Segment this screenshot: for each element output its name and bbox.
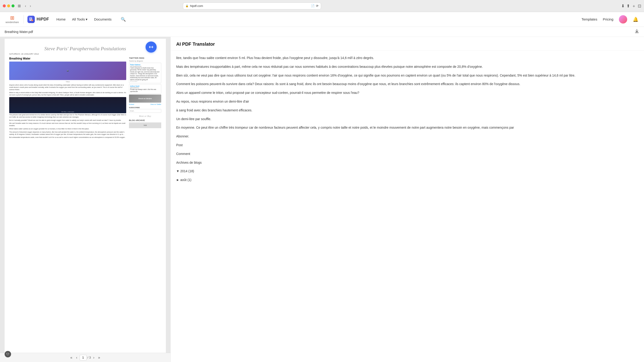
reader-mode-icon[interactable]: 📄 bbox=[311, 4, 315, 8]
translation-p9: En moyenne. Ce peut être un chiffre très… bbox=[176, 125, 638, 130]
pdf-news-headline: Shock as Ukraine bbox=[138, 98, 152, 99]
pdf-tweet1-handle: @ClimateHuman bbox=[130, 66, 160, 67]
pdf-view-on-twitter-link[interactable]: View on Twitter bbox=[150, 104, 161, 105]
split-view-icon[interactable]: ⊡ bbox=[638, 4, 641, 9]
pdf-tweet2-text: Private eye always nails it. But this wa… bbox=[130, 89, 160, 92]
nav-documents[interactable]: Documents bbox=[94, 17, 112, 21]
translation-p5: Alors un appareil comme le triton, celui… bbox=[176, 90, 638, 96]
svg-rect-2 bbox=[30, 19, 32, 19]
maximize-button[interactable] bbox=[12, 4, 14, 7]
nav-all-tools[interactable]: All Tools ▾ bbox=[72, 17, 88, 22]
breadcrumb-bar: Breathing Water.pdf bbox=[0, 27, 644, 37]
pdf-article-text-3: The pictures look great and remind me of… bbox=[9, 114, 126, 118]
first-page-button[interactable]: « bbox=[69, 355, 74, 360]
reload-icon[interactable]: ⟳ bbox=[316, 4, 318, 8]
pdf-article-text-6: What makes water useless as an oxygen pr… bbox=[9, 128, 126, 130]
pdf-tweet-1: Peter Kalmus @ClimateHuman I wish everyo… bbox=[129, 63, 161, 83]
nav-pricing[interactable]: Pricing bbox=[603, 17, 613, 21]
minimize-button[interactable] bbox=[7, 4, 10, 7]
translation-p6: Au repos, nous respirons environ un demi… bbox=[176, 99, 638, 104]
user-avatar[interactable] bbox=[619, 15, 627, 24]
translation-p15: ► août (1) bbox=[176, 177, 638, 183]
browser-chrome: ⊞ ‹ › 🔒 hipdf.com 📄 ⟳ ⬇ ⬆ ＋ ⊡ bbox=[0, 0, 644, 12]
pdf-tweet1-author: Peter Kalmus bbox=[130, 64, 160, 66]
pdf-twitter-header: TWITTER FEED bbox=[129, 57, 161, 59]
pdf-article-text-8: But unbearable temperatures aside, even … bbox=[9, 136, 126, 139]
security-badge[interactable]: 🛡 bbox=[4, 351, 11, 357]
search-button[interactable]: 🔍 bbox=[120, 16, 127, 23]
pdf-article-text-4: But is it actually possible? Would we ev… bbox=[9, 119, 126, 121]
pdf-article-intro: Anyone who's done a bit of scuba diving … bbox=[9, 84, 126, 91]
translation-p3: Bien sûr, cela ne veut pas dire que nous… bbox=[176, 73, 638, 78]
main-nav: Home All Tools ▾ Documents 🔍 bbox=[56, 16, 127, 23]
last-page-button[interactable]: » bbox=[97, 355, 102, 360]
translate-button[interactable] bbox=[146, 42, 156, 53]
nav-forward-button[interactable]: › bbox=[29, 3, 32, 9]
pdf-embed-link[interactable]: Embed bbox=[129, 104, 134, 105]
translation-p1: litre, tandis que l'eau salée contient e… bbox=[176, 55, 638, 61]
pdf-tweet1-date: 15 Jul 2022 bbox=[130, 81, 160, 82]
svg-rect-1 bbox=[30, 18, 32, 19]
pdf-tweet2-author: Arthur Snell bbox=[130, 85, 160, 87]
main-content: Steve Paris' Paraphernalia Postulations … bbox=[0, 37, 644, 362]
pdf-subscribe-label: SUBSCRIBE bbox=[129, 107, 161, 109]
translation-p12: Comment bbox=[176, 151, 638, 157]
wondershare-icon: ⊞ bbox=[10, 15, 14, 21]
pdf-article-text-2: Which is why a recent article in the Dai… bbox=[9, 92, 126, 96]
sidebar-toggle-button[interactable]: ⊞ bbox=[16, 3, 22, 9]
pdf-article-heading: Breathing Water bbox=[9, 57, 126, 60]
pdf-tweet2-handle: @SnellArthur bbox=[130, 87, 160, 89]
nav-home[interactable]: Home bbox=[56, 17, 66, 21]
address-bar[interactable]: 🔒 hipdf.com 📄 ⟳ bbox=[183, 3, 321, 10]
pdf-article-image: 📷 bbox=[9, 62, 126, 80]
page-separator: / bbox=[88, 356, 88, 359]
pdf-blog-archive-label: BLOG ARCHIVE bbox=[129, 119, 161, 121]
pdf-image-caption: Triton bbox=[9, 81, 126, 83]
pdf-article-text-5: We can't breathe water for many reasons:… bbox=[9, 122, 126, 127]
lock-icon: 🔒 bbox=[186, 4, 189, 7]
hipdf-icon: P bbox=[28, 16, 35, 23]
pdf-subscribe-input[interactable] bbox=[129, 109, 161, 113]
translation-p7: à sang froid avec des branchies hautemen… bbox=[176, 108, 638, 113]
translation-title: AI PDF Translator bbox=[176, 42, 638, 47]
hipdf-name: HiPDF bbox=[36, 17, 49, 22]
translation-p10: Abonner. bbox=[176, 134, 638, 139]
chevron-down-icon: ▾ bbox=[86, 17, 88, 22]
close-button[interactable] bbox=[3, 4, 6, 7]
browser-actions: ⬇ ⬆ ＋ ⊡ bbox=[621, 3, 641, 9]
pdf-page: Steve Paris' Paraphernalia Postulations … bbox=[4, 39, 166, 353]
pdf-news-thumbnail: Shock as Ukraine bbox=[129, 95, 161, 103]
wondershare-logo: ⊞ wondershare bbox=[6, 15, 19, 24]
translation-p13: Archives de blogs bbox=[176, 160, 638, 165]
next-page-button[interactable]: › bbox=[92, 355, 96, 360]
brand: ⊞ wondershare bbox=[6, 15, 24, 24]
notifications-bell-button[interactable]: 🔔 bbox=[633, 17, 638, 22]
translation-panel: AI PDF Translator litre, tandis que l'ea… bbox=[170, 37, 644, 362]
prev-page-button[interactable]: ‹ bbox=[75, 355, 78, 360]
translation-p8: Un demi-litre par souffle. bbox=[176, 116, 638, 122]
pdf-watermark-text: Rent or Buy bbox=[129, 115, 161, 117]
nav-templates[interactable]: Templates bbox=[582, 17, 597, 21]
traffic-lights bbox=[3, 4, 14, 7]
page-number-input[interactable] bbox=[80, 355, 86, 360]
translation-p11: Post bbox=[176, 142, 638, 148]
hipdf-brand[interactable]: P HiPDF bbox=[28, 16, 49, 23]
pdf-blog-title: Steve Paris' Paraphernalia Postulations bbox=[9, 43, 161, 53]
pdf-pagination: « ‹ / 3 › » bbox=[0, 353, 170, 362]
pdf-article-text-7: The amount of dissolved oxygen depends o… bbox=[9, 131, 126, 136]
header-right: Templates Pricing 🔔 bbox=[582, 15, 638, 24]
translation-p2: Mais des températures insupportables à p… bbox=[176, 64, 638, 70]
pdf-tweet1-text: I wish everyone on Earth knew how genuin… bbox=[130, 67, 160, 81]
breadcrumb: Breathing Water.pdf bbox=[4, 30, 33, 34]
new-tab-icon[interactable]: ＋ bbox=[632, 3, 636, 9]
nav-back-button[interactable]: ‹ bbox=[24, 3, 27, 9]
page-total: 3 bbox=[89, 356, 91, 359]
translation-header: AI PDF Translator bbox=[171, 37, 644, 51]
svg-rect-6 bbox=[635, 33, 639, 33]
pdf-tweets-label: Tweets by @sjparis bbox=[129, 60, 161, 62]
svg-rect-3 bbox=[30, 19, 31, 20]
download-button[interactable] bbox=[634, 29, 640, 35]
share-icon[interactable]: ⬆ bbox=[626, 4, 630, 9]
download-icon[interactable]: ⬇ bbox=[621, 4, 625, 9]
translation-content[interactable]: litre, tandis que l'eau salée contient e… bbox=[171, 51, 644, 362]
